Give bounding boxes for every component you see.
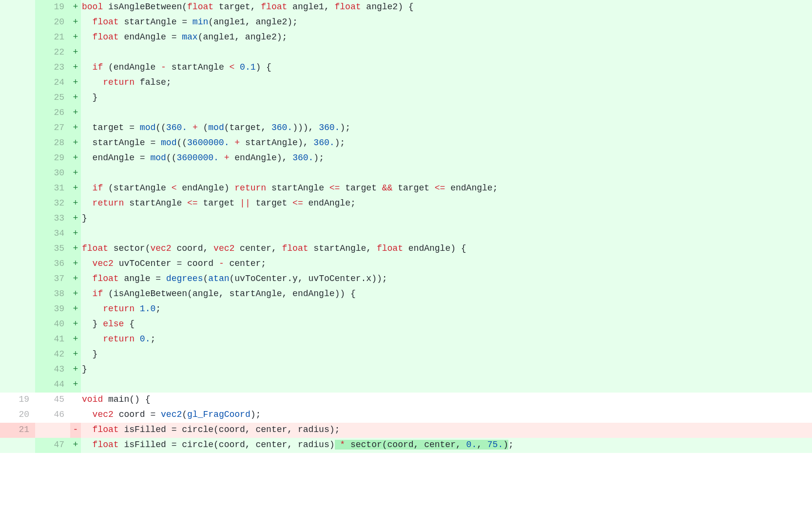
diff-line[interactable]: 25+ } bbox=[0, 91, 812, 106]
diff-line[interactable]: 26+ bbox=[0, 106, 812, 121]
line-number-new: 37 bbox=[35, 272, 70, 287]
line-number-old bbox=[0, 438, 35, 453]
code-content: float endAngle = max(angle1, angle2); bbox=[81, 30, 812, 45]
line-number-new: 32 bbox=[35, 196, 70, 211]
line-number-old bbox=[0, 181, 35, 196]
diff-line[interactable]: 19+bool isAngleBetween(float target, flo… bbox=[0, 0, 812, 15]
line-number-new: 31 bbox=[35, 181, 70, 196]
line-number-old: 19 bbox=[0, 393, 35, 408]
line-number-new: 43 bbox=[35, 362, 70, 377]
code-content: return false; bbox=[81, 75, 812, 91]
line-number-new: 29 bbox=[35, 151, 70, 166]
code-content: float isFilled = circle(coord, center, r… bbox=[81, 438, 812, 453]
line-number-new: 45 bbox=[35, 393, 70, 408]
diff-line[interactable]: 47+ float isFilled = circle(coord, cente… bbox=[0, 438, 812, 453]
diff-marker: + bbox=[70, 151, 81, 166]
code-content: return 1.0; bbox=[81, 302, 812, 317]
code-content: } bbox=[81, 91, 812, 106]
diff-marker bbox=[70, 393, 81, 408]
line-number-new: 22 bbox=[35, 45, 70, 60]
diff-line[interactable]: 31+ if (startAngle < endAngle) return st… bbox=[0, 181, 812, 196]
line-number-old bbox=[0, 121, 35, 136]
diff-marker: + bbox=[70, 226, 81, 242]
diff-marker: + bbox=[70, 242, 81, 257]
code-content: float angle = degrees(atan(uvToCenter.y,… bbox=[81, 272, 812, 287]
code-content: return 0.; bbox=[81, 332, 812, 347]
diff-line[interactable]: 37+ float angle = degrees(atan(uvToCente… bbox=[0, 272, 812, 287]
code-content: float startAngle = min(angle1, angle2); bbox=[81, 15, 812, 30]
line-number-old bbox=[0, 136, 35, 151]
line-number-new: 40 bbox=[35, 317, 70, 332]
diff-line[interactable]: 36+ vec2 uvToCenter = coord - center; bbox=[0, 257, 812, 272]
diff-line[interactable]: 28+ startAngle = mod((3600000. + startAn… bbox=[0, 136, 812, 151]
line-number-new: 47 bbox=[35, 438, 70, 453]
diff-marker: + bbox=[70, 30, 81, 45]
diff-line[interactable]: 40+ } else { bbox=[0, 317, 812, 332]
diff-line[interactable]: 21+ float endAngle = max(angle1, angle2)… bbox=[0, 30, 812, 45]
diff-line[interactable]: 34+ bbox=[0, 226, 812, 242]
line-number-new: 39 bbox=[35, 302, 70, 317]
line-number-new: 20 bbox=[35, 15, 70, 30]
code-content: target = mod((360. + (mod(target, 360.))… bbox=[81, 121, 812, 136]
line-number-new: 26 bbox=[35, 106, 70, 121]
diff-line[interactable]: 23+ if (endAngle - startAngle < 0.1) { bbox=[0, 60, 812, 75]
line-number-new: 42 bbox=[35, 347, 70, 362]
line-number-new: 25 bbox=[35, 91, 70, 106]
diff-line[interactable]: 35+float sector(vec2 coord, vec2 center,… bbox=[0, 242, 812, 257]
diff-marker: + bbox=[70, 136, 81, 151]
code-content: endAngle = mod((3600000. + endAngle), 36… bbox=[81, 151, 812, 166]
diff-marker: + bbox=[70, 332, 81, 347]
code-content bbox=[81, 166, 812, 181]
diff-line[interactable]: 29+ endAngle = mod((3600000. + endAngle)… bbox=[0, 151, 812, 166]
diff-line[interactable]: 22+ bbox=[0, 45, 812, 60]
code-content: startAngle = mod((3600000. + startAngle)… bbox=[81, 136, 812, 151]
diff-marker: + bbox=[70, 181, 81, 196]
diff-line[interactable]: 24+ return false; bbox=[0, 75, 812, 91]
diff-line[interactable]: 2046 vec2 coord = vec2(gl_FragCoord); bbox=[0, 408, 812, 423]
line-number-new bbox=[35, 423, 70, 438]
line-number-old bbox=[0, 166, 35, 181]
diff-line[interactable]: 44+ bbox=[0, 377, 812, 393]
line-number-old bbox=[0, 302, 35, 317]
diff-marker: + bbox=[70, 166, 81, 181]
diff-marker: + bbox=[70, 211, 81, 226]
line-number-new: 35 bbox=[35, 242, 70, 257]
line-number-old bbox=[0, 272, 35, 287]
code-content: return startAngle <= target || target <=… bbox=[81, 196, 812, 211]
line-number-old bbox=[0, 45, 35, 60]
code-content: vec2 coord = vec2(gl_FragCoord); bbox=[81, 408, 812, 423]
diff-line[interactable]: 41+ return 0.; bbox=[0, 332, 812, 347]
code-content: bool isAngleBetween(float target, float … bbox=[81, 0, 812, 15]
diff-line[interactable]: 1945 void main() { bbox=[0, 393, 812, 408]
code-content bbox=[81, 106, 812, 121]
diff-line[interactable]: 33+} bbox=[0, 211, 812, 226]
line-number-old bbox=[0, 362, 35, 377]
diff-marker: + bbox=[70, 45, 81, 60]
line-number-new: 41 bbox=[35, 332, 70, 347]
diff-line[interactable]: 32+ return startAngle <= target || targe… bbox=[0, 196, 812, 211]
line-number-new: 44 bbox=[35, 377, 70, 393]
diff-line[interactable]: 43+} bbox=[0, 362, 812, 377]
line-number-new: 36 bbox=[35, 257, 70, 272]
diff-marker: + bbox=[70, 347, 81, 362]
line-number-old bbox=[0, 196, 35, 211]
line-number-new: 34 bbox=[35, 226, 70, 242]
line-number-new: 19 bbox=[35, 0, 70, 15]
line-number-old bbox=[0, 91, 35, 106]
code-content: void main() { bbox=[81, 393, 812, 408]
line-number-new: 28 bbox=[35, 136, 70, 151]
code-content: } bbox=[81, 347, 812, 362]
line-number-old bbox=[0, 242, 35, 257]
diff-line[interactable]: 38+ if (isAngleBetween(angle, startAngle… bbox=[0, 287, 812, 302]
line-number-old bbox=[0, 347, 35, 362]
diff-line[interactable]: 27+ target = mod((360. + (mod(target, 36… bbox=[0, 121, 812, 136]
line-number-old bbox=[0, 60, 35, 75]
diff-line[interactable]: 39+ return 1.0; bbox=[0, 302, 812, 317]
code-content: float sector(vec2 coord, vec2 center, fl… bbox=[81, 242, 812, 257]
diff-line[interactable]: 42+ } bbox=[0, 347, 812, 362]
line-number-new: 27 bbox=[35, 121, 70, 136]
diff-line[interactable]: 21- float isFilled = circle(coord, cente… bbox=[0, 423, 812, 438]
diff-line[interactable]: 20+ float startAngle = min(angle1, angle… bbox=[0, 15, 812, 30]
diff-line[interactable]: 30+ bbox=[0, 166, 812, 181]
line-number-new: 46 bbox=[35, 408, 70, 423]
